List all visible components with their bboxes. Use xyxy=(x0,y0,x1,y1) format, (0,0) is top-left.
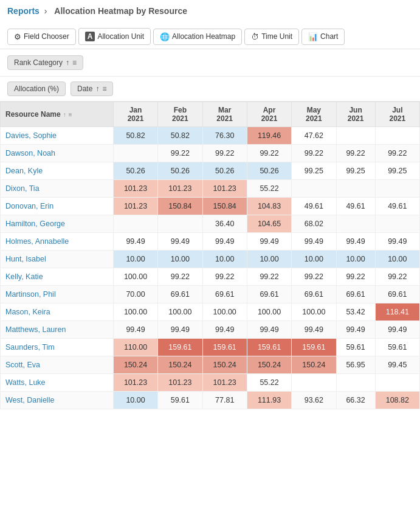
resource-name-cell[interactable]: Dixon, Tia xyxy=(1,180,114,198)
value-cell: 49.61 xyxy=(336,198,375,215)
resource-name-header[interactable]: Resource Name ↑ ≡ xyxy=(1,102,114,127)
resource-name-cell[interactable]: Donovan, Erin xyxy=(1,198,114,215)
value-cell: 100.00 xyxy=(247,303,291,321)
value-cell: 10.00 xyxy=(336,251,375,268)
value-cell: 101.23 xyxy=(202,180,247,198)
table-row: Holmes, Annabelle99.4999.4999.4999.4999.… xyxy=(1,233,420,251)
col-header-may-2021: May2021 xyxy=(292,102,336,127)
value-cell: 99.22 xyxy=(375,145,419,162)
value-cell: 68.02 xyxy=(292,215,336,233)
value-cell: 77.81 xyxy=(202,392,247,409)
value-cell: 119.46 xyxy=(247,127,291,145)
value-cell: 118.41 xyxy=(375,303,419,321)
value-cell: 99.49 xyxy=(336,233,375,251)
value-cell: 10.00 xyxy=(375,251,419,268)
resource-name-cell[interactable]: Holmes, Annabelle xyxy=(1,233,114,251)
resource-name-cell[interactable]: Davies, Sophie xyxy=(1,127,114,145)
chart-button[interactable]: 📊 Chart xyxy=(301,29,345,45)
resource-name-cell[interactable]: Martinson, Phil xyxy=(1,286,114,303)
value-cell: 69.61 xyxy=(375,286,419,303)
table-header-row: Resource Name ↑ ≡ Jan2021 Feb2021 Mar202… xyxy=(1,102,420,127)
resource-name-cell[interactable]: West, Danielle xyxy=(1,392,114,409)
value-cell: 49.61 xyxy=(375,198,419,215)
value-cell: 55.22 xyxy=(247,180,291,198)
value-cell: 101.23 xyxy=(113,198,157,215)
page-header: Reports › Allocation Heatmap by Resource xyxy=(0,0,420,24)
value-cell: 150.84 xyxy=(202,198,247,215)
value-cell xyxy=(336,215,375,233)
value-cell: 50.82 xyxy=(158,127,202,145)
table-row: Kelly, Katie100.0099.2299.2299.2299.2299… xyxy=(1,268,420,286)
value-cell: 100.00 xyxy=(113,303,157,321)
field-chooser-button[interactable]: ⚙ Field Chooser xyxy=(7,29,76,45)
table-row: Davies, Sophie50.8250.8276.30119.4647.62 xyxy=(1,127,420,145)
value-cell: 10.00 xyxy=(113,392,157,409)
time-unit-label: Time Unit xyxy=(261,32,292,41)
table-row: Scott, Eva150.24150.24150.24150.24150.24… xyxy=(1,356,420,374)
value-cell: 99.49 xyxy=(336,321,375,339)
value-cell: 99.22 xyxy=(336,145,375,162)
breadcrumb-link[interactable]: Reports xyxy=(7,6,40,16)
value-cell: 99.49 xyxy=(113,321,157,339)
rank-filter-bar: Rank Category ↑ ≡ xyxy=(0,49,420,77)
resource-name-cell[interactable]: Kelly, Katie xyxy=(1,268,114,286)
value-cell: 104.83 xyxy=(247,198,291,215)
table-row: Saunders, Tim110.00159.61159.61159.61159… xyxy=(1,339,420,356)
value-cell xyxy=(113,215,157,233)
value-cell: 99.22 xyxy=(202,268,247,286)
resource-name-cell[interactable]: Watts, Luke xyxy=(1,374,114,392)
value-cell: 99.45 xyxy=(375,356,419,374)
resource-name-cell[interactable]: Hunt, Isabel xyxy=(1,251,114,268)
allocation-heatmap-button[interactable]: 🌐 Allocation Heatmap xyxy=(153,29,242,45)
resource-name-cell[interactable]: Saunders, Tim xyxy=(1,339,114,356)
resource-name-cell[interactable]: Mason, Keira xyxy=(1,303,114,321)
resource-name-cell[interactable]: Dawson, Noah xyxy=(1,145,114,162)
resource-name-cell[interactable]: Dean, Kyle xyxy=(1,162,114,180)
value-cell: 101.23 xyxy=(158,374,202,392)
value-cell xyxy=(113,145,157,162)
value-cell: 110.00 xyxy=(113,339,157,356)
sub-filter-bar: Allocation (%) Date ↑ ≡ xyxy=(0,77,420,102)
value-cell: 59.61 xyxy=(336,339,375,356)
name-sort-icon: ↑ xyxy=(63,111,66,118)
value-cell: 47.62 xyxy=(292,127,336,145)
table-row: Hunt, Isabel10.0010.0010.0010.0010.0010.… xyxy=(1,251,420,268)
value-cell: 99.22 xyxy=(336,268,375,286)
value-cell: 69.61 xyxy=(202,286,247,303)
value-cell: 101.23 xyxy=(113,180,157,198)
value-cell: 150.24 xyxy=(158,356,202,374)
value-cell xyxy=(292,180,336,198)
resource-name-cell[interactable]: Hamilton, George xyxy=(1,215,114,233)
globe-icon: 🌐 xyxy=(160,32,170,41)
table-row: West, Danielle10.0059.6177.81111.9393.62… xyxy=(1,392,420,409)
allocation-unit-button[interactable]: A Allocation Unit xyxy=(78,28,151,45)
col-header-mar-2021: Mar2021 xyxy=(202,102,247,127)
resource-name-cell[interactable]: Matthews, Lauren xyxy=(1,321,114,339)
value-cell: 99.49 xyxy=(247,321,291,339)
value-cell: 53.42 xyxy=(336,303,375,321)
resource-name-cell[interactable]: Scott, Eva xyxy=(1,356,114,374)
value-cell: 55.22 xyxy=(247,374,291,392)
value-cell: 49.61 xyxy=(292,198,336,215)
rank-filter-icon: ≡ xyxy=(72,58,77,67)
date-chip[interactable]: Date ↑ ≡ xyxy=(71,81,113,96)
value-cell: 150.24 xyxy=(292,356,336,374)
table-row: Donovan, Erin101.23150.84150.84104.8349.… xyxy=(1,198,420,215)
value-cell: 111.93 xyxy=(247,392,291,409)
table-row: Watts, Luke101.23101.23101.2355.22 xyxy=(1,374,420,392)
value-cell: 99.25 xyxy=(375,162,419,180)
value-cell: 99.49 xyxy=(113,233,157,251)
allocation-chip[interactable]: Allocation (%) xyxy=(7,81,66,96)
table-row: Dixon, Tia101.23101.23101.2355.22 xyxy=(1,180,420,198)
value-cell: 99.49 xyxy=(292,233,336,251)
time-unit-button[interactable]: ⏱ Time Unit xyxy=(244,29,299,45)
value-cell: 99.22 xyxy=(158,145,202,162)
value-cell: 59.61 xyxy=(375,339,419,356)
allocation-unit-label: Allocation Unit xyxy=(97,32,144,41)
value-cell: 150.84 xyxy=(158,198,202,215)
value-cell: 99.49 xyxy=(375,233,419,251)
value-cell: 159.61 xyxy=(158,339,202,356)
value-cell: 69.61 xyxy=(158,286,202,303)
rank-category-chip[interactable]: Rank Category ↑ ≡ xyxy=(7,55,83,70)
value-cell: 69.61 xyxy=(336,286,375,303)
